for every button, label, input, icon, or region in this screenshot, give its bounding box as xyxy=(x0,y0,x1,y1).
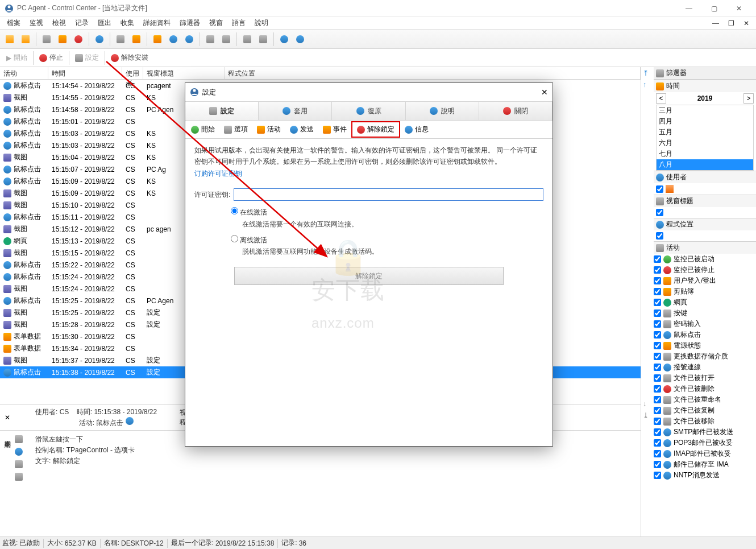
col-user[interactable]: 使用者 xyxy=(122,67,143,79)
pl-check[interactable] xyxy=(656,232,663,240)
dialog-tab[interactable]: 開始 xyxy=(186,122,219,137)
sheet1-button[interactable] xyxy=(150,32,165,47)
activity-item[interactable]: 剪贴簿 xyxy=(654,286,756,297)
col-activity[interactable]: 活动 xyxy=(0,67,48,79)
month-list[interactable]: 三月四月五月六月七月八月 xyxy=(656,105,754,171)
dialog-bar-apply[interactable]: 套用 xyxy=(259,102,332,120)
wt-check[interactable] xyxy=(656,209,663,216)
activity-list[interactable]: 监控已被启动监控已被停止用户登入/登出剪贴簿網頁按键密码输入鼠标点击電源狀態更换… xyxy=(654,254,756,536)
info-button[interactable] xyxy=(293,32,308,47)
help-button[interactable] xyxy=(277,32,292,47)
activity-item[interactable]: 监控已被停止 xyxy=(654,265,756,275)
activity-item[interactable]: 邮件已储存至 IMA xyxy=(654,459,756,470)
menu-language[interactable]: 語言 xyxy=(227,17,250,29)
activity-icon xyxy=(663,364,671,371)
maximize-button[interactable]: ▢ xyxy=(701,1,726,16)
close-button[interactable]: ✕ xyxy=(726,1,751,16)
filter-button[interactable] xyxy=(113,32,128,47)
activity-item[interactable]: IMAP邮件已被收妥 xyxy=(654,448,756,459)
dialog-tab[interactable]: 信息 xyxy=(400,122,433,137)
settings-button[interactable]: 設定 xyxy=(71,51,103,65)
activity-item[interactable]: 按键 xyxy=(654,308,756,319)
dialog-bar-close[interactable]: 關閉 xyxy=(479,102,553,120)
menu-window[interactable]: 视窗 xyxy=(205,17,227,29)
dialog-tab[interactable]: 解除鎖定 xyxy=(351,121,400,138)
open-file-button[interactable] xyxy=(2,32,17,47)
activity-item[interactable]: 電源狀態 xyxy=(654,340,756,351)
activity-item[interactable]: 更换数据存储介质 xyxy=(654,351,756,362)
month-item[interactable]: 八月 xyxy=(657,159,753,170)
dialog-close-button[interactable]: ✕ xyxy=(541,88,548,97)
activity-item[interactable]: 撥號連線 xyxy=(654,362,756,373)
nav-bottom-button[interactable]: ⤓ xyxy=(643,411,652,420)
power-button[interactable] xyxy=(71,32,86,47)
camera3-button[interactable] xyxy=(240,32,255,47)
lock-button[interactable] xyxy=(55,32,70,47)
activity-item[interactable]: SMTP邮件已被发送 xyxy=(654,427,756,437)
col-wintitle[interactable]: 视窗標題 xyxy=(143,67,225,79)
unlock-button[interactable]: 解除鎖定 xyxy=(234,267,504,285)
activity-item[interactable]: 文件已被移除 xyxy=(654,416,756,427)
safe-button[interactable] xyxy=(39,32,54,47)
menu-monitor[interactable]: 监视 xyxy=(25,17,48,29)
activity-item[interactable]: NNTP消息发送 xyxy=(654,470,756,481)
online-activation-radio[interactable] xyxy=(231,207,238,214)
camera4-button[interactable] xyxy=(256,32,271,47)
menu-record[interactable]: 记录 xyxy=(70,17,93,29)
purchase-link[interactable]: 订购许可证密钥 xyxy=(194,168,543,179)
camera1-button[interactable] xyxy=(203,32,218,47)
dialog-bar-restore[interactable]: 復原 xyxy=(332,102,405,120)
menu-export[interactable]: 匯出 xyxy=(93,17,116,29)
menu-details[interactable]: 詳細資料 xyxy=(139,17,175,29)
start-button[interactable]: ▶開始 xyxy=(2,51,31,65)
attach-button[interactable] xyxy=(129,32,144,47)
nav-down-button[interactable]: ↓ xyxy=(643,400,652,409)
nav-up-button[interactable]: ↑ xyxy=(643,81,652,90)
year-next-button[interactable]: > xyxy=(743,93,754,104)
sheet3-button[interactable] xyxy=(182,32,197,47)
dialog-bar-settings[interactable]: 設定 xyxy=(185,102,259,120)
activity-item[interactable]: 文件已被重命名 xyxy=(654,394,756,405)
month-item[interactable]: 四月 xyxy=(657,116,753,127)
offline-activation-radio[interactable] xyxy=(231,235,238,242)
col-progloc[interactable]: 程式位置 xyxy=(225,67,641,79)
dialog-bar-help[interactable]: 說明 xyxy=(406,102,479,120)
activity-item[interactable]: 用户登入/登出 xyxy=(654,275,756,286)
activity-item[interactable]: 文件已被删除 xyxy=(654,383,756,394)
activity-item[interactable]: 網頁 xyxy=(654,297,756,308)
dialog-tab[interactable]: 選項 xyxy=(219,122,252,137)
month-item[interactable]: 六月 xyxy=(657,138,753,148)
dialog-tab[interactable]: 活动 xyxy=(252,122,285,137)
drive-button[interactable] xyxy=(18,32,33,47)
dialog-tab[interactable]: 事件 xyxy=(318,122,351,137)
mdi-restore-button[interactable]: ❐ xyxy=(724,18,739,28)
month-item[interactable]: 五月 xyxy=(657,127,753,138)
search-button[interactable] xyxy=(92,32,107,47)
col-time[interactable]: 時間 xyxy=(48,67,122,79)
minimize-button[interactable]: — xyxy=(676,1,701,16)
menu-filter[interactable]: 篩選器 xyxy=(175,17,205,29)
year-prev-button[interactable]: < xyxy=(656,93,666,104)
activity-item[interactable]: 密码输入 xyxy=(654,319,756,329)
activity-item[interactable]: POP3邮件已被收妥 xyxy=(654,437,756,448)
month-item[interactable]: 七月 xyxy=(657,148,753,159)
uninstall-button[interactable]: 解除安裝 xyxy=(107,51,152,65)
menu-view[interactable]: 檢視 xyxy=(48,17,70,29)
activity-item[interactable]: 鼠标点击 xyxy=(654,329,756,340)
mdi-min-button[interactable]: — xyxy=(708,18,724,28)
camera2-button[interactable] xyxy=(219,32,234,47)
license-key-input[interactable] xyxy=(234,188,543,201)
activity-item[interactable]: 文件已被复制 xyxy=(654,405,756,416)
sheet2-button[interactable] xyxy=(166,32,181,47)
menu-file[interactable]: 檔案 xyxy=(2,17,25,29)
nav-top-button[interactable]: ⤒ xyxy=(643,69,652,79)
activity-item[interactable]: 监控已被启动 xyxy=(654,254,756,265)
user-check[interactable] xyxy=(656,185,663,193)
activity-item[interactable]: 文件已被打开 xyxy=(654,373,756,383)
mdi-close-button[interactable]: ✕ xyxy=(739,18,754,28)
menu-help[interactable]: 說明 xyxy=(250,17,273,29)
dialog-tab[interactable]: 发送 xyxy=(285,122,318,137)
stop-button[interactable]: 停止 xyxy=(35,51,67,65)
month-item[interactable]: 三月 xyxy=(657,105,753,116)
menu-collect[interactable]: 收集 xyxy=(116,17,139,29)
